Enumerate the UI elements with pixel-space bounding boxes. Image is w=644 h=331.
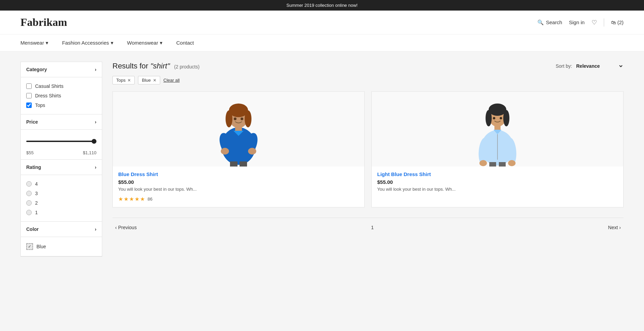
color-filter-header[interactable]: Color ›	[21, 222, 102, 237]
rating-1-radio[interactable]	[26, 210, 32, 215]
product-stars-0: ★ ★ ★ ★ ★ 86	[118, 196, 359, 202]
color-blue-label: Blue	[36, 244, 46, 249]
cart-count: (2)	[617, 19, 624, 25]
rating-filter-body: 4 3 2 1	[21, 175, 102, 222]
svg-point-4	[245, 110, 251, 127]
svg-point-9	[248, 148, 256, 155]
svg-rect-19	[494, 126, 501, 130]
product-grid: Blue Dress Shirt $55.00 You will look yo…	[112, 91, 624, 207]
logo[interactable]: Fabrikam	[20, 16, 67, 29]
category-chevron: ›	[95, 67, 96, 72]
price-slider-container	[26, 134, 96, 147]
previous-button[interactable]: ‹ Previous	[112, 223, 139, 232]
color-label: Color	[26, 226, 39, 232]
filter-tag-blue-label: Blue	[142, 78, 151, 83]
star-2: ★	[124, 196, 128, 202]
product-image-1	[372, 92, 623, 167]
nav-fashion-accessories-chevron: ▾	[111, 40, 113, 46]
color-blue[interactable]: ✓ Blue	[26, 241, 96, 252]
product-image-0	[113, 92, 364, 167]
product-name-0[interactable]: Blue Dress Shirt	[118, 171, 359, 177]
nav-fashion-accessories-label: Fashion Accessories	[62, 40, 109, 46]
rating-filter-header[interactable]: Rating ›	[21, 160, 102, 175]
category-tops[interactable]: Tops	[26, 100, 96, 110]
svg-rect-12	[230, 161, 237, 167]
rating-3-radio[interactable]	[26, 191, 32, 196]
rating-2-label: 2	[35, 200, 38, 206]
price-range-labels: $55 $1,110	[26, 150, 96, 155]
rating-2-radio[interactable]	[26, 200, 32, 206]
category-casual-shirts[interactable]: Casual Shirts	[26, 81, 96, 91]
sort-label: Sort by:	[556, 63, 572, 69]
nav-womenswear[interactable]: Womenswear ▾	[127, 35, 163, 51]
product-card-0[interactable]: Blue Dress Shirt $55.00 You will look yo…	[112, 91, 365, 207]
main-nav: Menswear ▾ Fashion Accessories ▾ Womensw…	[0, 34, 644, 51]
nav-menswear-label: Menswear	[20, 40, 44, 46]
color-blue-checkbox[interactable]: ✓	[26, 243, 33, 250]
svg-point-18	[503, 110, 509, 126]
filter-tag-tops-remove[interactable]: ✕	[127, 78, 131, 83]
dress-shirts-label: Dress Shirts	[35, 93, 61, 98]
rating-label: Rating	[26, 164, 41, 170]
star-4: ★	[135, 196, 139, 202]
header: Fabrikam 🔍 Search Sign in ♡ 🛍 (2)	[0, 11, 644, 34]
nav-womenswear-chevron: ▾	[160, 40, 163, 46]
dress-shirts-checkbox[interactable]	[26, 93, 32, 98]
review-count-0: 86	[148, 196, 152, 202]
rating-2[interactable]: 2	[26, 198, 96, 208]
casual-shirts-checkbox[interactable]	[26, 83, 32, 89]
price-chevron: ›	[95, 119, 96, 125]
price-range-slider[interactable]	[26, 141, 96, 142]
product-price-1: $55.00	[377, 179, 618, 185]
svg-point-10	[234, 117, 236, 120]
tops-label: Tops	[35, 103, 45, 108]
sort-select[interactable]: Relevance Price: Low to High Price: High…	[575, 63, 624, 69]
category-label: Category	[26, 67, 47, 72]
svg-point-17	[486, 110, 492, 126]
banner-text: Summer 2019 collection online now!	[287, 3, 358, 8]
svg-point-8	[221, 148, 229, 155]
results-count: (2 products)	[174, 64, 200, 69]
cart-icon: 🛍	[611, 19, 616, 25]
rating-1[interactable]: 1	[26, 208, 96, 217]
filter-section: Category › Casual Shirts Dress Shirts To…	[20, 62, 102, 257]
search-link[interactable]: 🔍 Search	[537, 19, 562, 26]
category-filter-header[interactable]: Category ›	[21, 62, 102, 77]
cart-link[interactable]: 🛍 (2)	[611, 19, 624, 25]
next-button[interactable]: Next ›	[605, 223, 624, 232]
filter-tag-tops[interactable]: Tops ✕	[112, 76, 135, 84]
rating-4[interactable]: 4	[26, 179, 96, 189]
header-actions: 🔍 Search Sign in ♡ 🛍 (2)	[537, 18, 624, 27]
svg-point-16	[489, 104, 506, 116]
rating-4-radio[interactable]	[26, 181, 32, 187]
tops-checkbox[interactable]	[26, 103, 32, 108]
svg-rect-28	[499, 162, 506, 167]
star-half: ★	[140, 196, 145, 202]
product-info-0: Blue Dress Shirt $55.00 You will look yo…	[113, 167, 364, 207]
next-chevron: ›	[619, 225, 621, 230]
filter-tag-blue-remove[interactable]: ✕	[153, 78, 156, 83]
filter-tag-blue[interactable]: Blue ✕	[138, 76, 160, 84]
svg-point-25	[493, 117, 495, 120]
svg-point-3	[226, 110, 232, 127]
clear-all-link[interactable]: Clear all	[164, 78, 180, 83]
sign-in-link[interactable]: Sign in	[569, 19, 585, 25]
previous-chevron: ‹	[115, 225, 117, 230]
nav-menswear-chevron: ▾	[46, 40, 48, 46]
category-dress-shirts[interactable]: Dress Shirts	[26, 91, 96, 100]
nav-menswear[interactable]: Menswear ▾	[20, 35, 48, 51]
price-max: $1,110	[83, 150, 96, 155]
product-name-1[interactable]: Light Blue Dress Shirt	[377, 171, 618, 177]
nav-fashion-accessories[interactable]: Fashion Accessories ▾	[62, 35, 113, 51]
product-card-1[interactable]: Light Blue Dress Shirt $55.00 You will l…	[371, 91, 624, 207]
wishlist-icon[interactable]: ♡	[592, 19, 597, 26]
vertical-divider	[604, 18, 604, 27]
filter-tags: Tops ✕ Blue ✕ Clear all	[112, 76, 624, 84]
top-banner: Summer 2019 collection online now!	[0, 0, 644, 11]
price-filter-body: $55 $1,110	[21, 130, 102, 160]
rating-3[interactable]: 3	[26, 189, 96, 198]
price-filter-header[interactable]: Price ›	[21, 114, 102, 130]
rating-4-label: 4	[35, 181, 38, 187]
nav-contact[interactable]: Contact	[176, 35, 194, 50]
price-min: $55	[26, 150, 34, 155]
